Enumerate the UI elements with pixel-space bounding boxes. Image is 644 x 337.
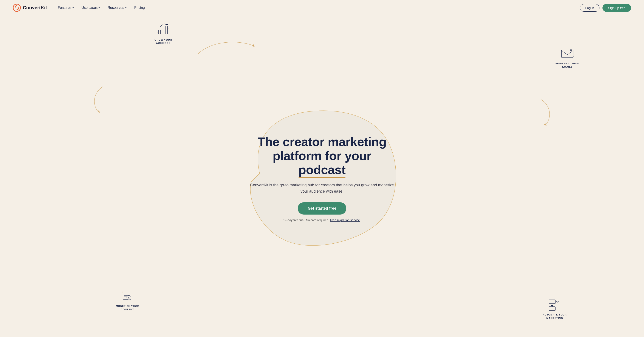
svg-point-18 — [123, 291, 123, 292]
arrow-top-right — [193, 37, 258, 63]
badge-monetize-content: $ MONETIZE YOUR CONTENT — [116, 288, 139, 311]
nav-features[interactable]: Features ▾ — [58, 6, 74, 10]
resources-chevron-icon: ▾ — [125, 6, 126, 9]
hero-highlight-word: podcast — [298, 163, 346, 177]
logo[interactable]: ConvertKit — [13, 4, 47, 12]
hero-title: The creator marketing platform for your … — [249, 135, 395, 177]
hero-subtitle: ConvertKit is the go-to marketing hub fo… — [249, 182, 395, 194]
signup-button[interactable]: Sign up free — [602, 4, 631, 12]
monetize-content-icon: $ — [120, 288, 135, 303]
arrow-left — [90, 84, 108, 114]
svg-point-17 — [122, 292, 122, 293]
automate-label: AUTOMATE YOUR MARKETING — [542, 313, 567, 320]
grow-audience-icon — [156, 22, 171, 37]
svg-marker-2 — [98, 110, 100, 113]
use-cases-chevron-icon: ▾ — [98, 6, 100, 9]
svg-rect-5 — [162, 28, 164, 34]
features-chevron-icon: ▾ — [72, 6, 74, 9]
login-button[interactable]: Log in — [580, 4, 600, 12]
nav-actions: Log in Sign up free — [580, 4, 631, 12]
svg-rect-6 — [165, 26, 168, 34]
nav-use-cases[interactable]: Use cases ▾ — [82, 6, 100, 10]
automate-marketing-icon — [547, 297, 562, 312]
navigation: ConvertKit Features ▾ Use cases ▾ Resour… — [0, 0, 644, 16]
cta-button[interactable]: Get started free — [298, 202, 346, 214]
grow-label: GROW YOUR AUDIENCE — [154, 38, 172, 45]
send-emails-icon — [560, 46, 575, 61]
svg-rect-4 — [158, 30, 160, 34]
monetize-label: MONETIZE YOUR CONTENT — [116, 304, 139, 311]
svg-marker-23 — [551, 305, 553, 307]
logo-icon — [13, 4, 21, 12]
migration-link[interactable]: Free migration service — [330, 218, 360, 222]
svg-rect-24 — [549, 307, 555, 310]
hero-content: The creator marketing platform for your … — [249, 135, 395, 222]
svg-text:$: $ — [128, 296, 130, 299]
logo-text: ConvertKit — [23, 5, 47, 10]
svg-rect-10 — [562, 50, 573, 58]
hero-section: GROW YOUR AUDIENCE SEND BEAUTIFUL EMAILS — [0, 16, 644, 337]
svg-point-8 — [158, 32, 158, 33]
svg-marker-3 — [544, 123, 546, 126]
badge-grow-audience: GROW YOUR AUDIENCE — [154, 22, 172, 45]
badge-send-emails: SEND BEAUTIFUL EMAILS — [555, 46, 580, 69]
svg-point-0 — [13, 4, 20, 12]
trial-info: 14-day free trial. No card required. Fre… — [249, 218, 395, 222]
emails-label: SEND BEAUTIFUL EMAILS — [555, 62, 580, 69]
arrow-right — [536, 97, 554, 128]
nav-links: Features ▾ Use cases ▾ Resources ▾ Prici… — [58, 6, 580, 10]
svg-point-9 — [168, 28, 168, 29]
nav-pricing[interactable]: Pricing — [134, 6, 145, 10]
nav-resources[interactable]: Resources ▾ — [108, 6, 126, 10]
svg-rect-19 — [549, 300, 555, 304]
badge-automate-marketing: AUTOMATE YOUR MARKETING — [542, 297, 567, 320]
svg-marker-1 — [252, 44, 255, 47]
